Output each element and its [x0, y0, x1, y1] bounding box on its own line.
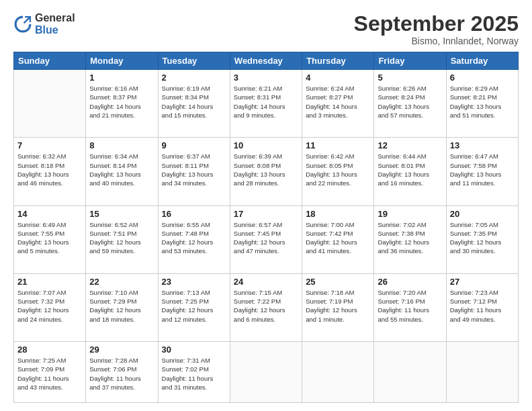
day-number: 27: [450, 277, 515, 287]
col-thursday: Thursday: [302, 52, 374, 70]
day-number: 21: [17, 277, 82, 287]
day-info: Sunrise: 6:39 AMSunset: 8:08 PMDaylight:…: [234, 152, 298, 187]
day-info: Sunrise: 7:31 AMSunset: 7:02 PMDaylight:…: [162, 356, 226, 392]
table-cell: 5Sunrise: 6:26 AMSunset: 8:24 PMDaylight…: [374, 70, 446, 138]
day-number: 9: [162, 140, 226, 150]
col-wednesday: Wednesday: [230, 52, 302, 70]
day-info: Sunrise: 6:29 AMSunset: 8:21 PMDaylight:…: [450, 84, 515, 120]
day-info: Sunrise: 6:57 AMSunset: 7:45 PMDaylight:…: [234, 220, 298, 256]
table-cell: [230, 341, 302, 402]
day-info: Sunrise: 7:00 AMSunset: 7:42 PMDaylight:…: [306, 220, 370, 256]
table-cell: 26Sunrise: 7:20 AMSunset: 7:16 PMDayligh…: [374, 273, 446, 341]
day-number: 7: [17, 140, 82, 150]
day-number: 5: [378, 73, 442, 83]
day-number: 3: [234, 73, 298, 83]
table-cell: [446, 341, 518, 402]
page: General Blue September 2025 Bismo, Innla…: [0, 0, 532, 411]
day-number: 23: [162, 277, 226, 287]
day-number: 14: [17, 209, 82, 219]
day-info: Sunrise: 7:15 AMSunset: 7:22 PMDaylight:…: [234, 288, 298, 324]
logo-blue: Blue: [35, 24, 75, 36]
table-cell: 18Sunrise: 7:00 AMSunset: 7:42 PMDayligh…: [302, 205, 374, 273]
day-info: Sunrise: 6:26 AMSunset: 8:24 PMDaylight:…: [378, 84, 442, 120]
table-cell: 3Sunrise: 6:21 AMSunset: 8:31 PMDaylight…: [230, 70, 302, 138]
table-cell: 14Sunrise: 6:49 AMSunset: 7:55 PMDayligh…: [14, 205, 86, 273]
day-number: 2: [162, 73, 226, 83]
table-cell: 21Sunrise: 7:07 AMSunset: 7:32 PMDayligh…: [14, 273, 86, 341]
table-cell: 12Sunrise: 6:44 AMSunset: 8:01 PMDayligh…: [374, 138, 446, 205]
table-cell: [14, 70, 86, 138]
table-cell: 16Sunrise: 6:55 AMSunset: 7:48 PMDayligh…: [158, 205, 230, 273]
day-info: Sunrise: 6:42 AMSunset: 8:05 PMDaylight:…: [306, 152, 370, 187]
day-info: Sunrise: 7:05 AMSunset: 7:35 PMDaylight:…: [450, 220, 515, 256]
day-info: Sunrise: 6:21 AMSunset: 8:31 PMDaylight:…: [234, 84, 298, 120]
day-info: Sunrise: 6:44 AMSunset: 8:01 PMDaylight:…: [378, 152, 442, 187]
table-cell: 20Sunrise: 7:05 AMSunset: 7:35 PMDayligh…: [446, 205, 518, 273]
day-number: 6: [450, 73, 515, 83]
location: Bismo, Innlandet, Norway: [354, 36, 519, 46]
table-cell: 2Sunrise: 6:19 AMSunset: 8:34 PMDaylight…: [158, 70, 230, 138]
day-number: 12: [378, 140, 442, 150]
day-number: 30: [162, 345, 226, 355]
day-info: Sunrise: 6:49 AMSunset: 7:55 PMDaylight:…: [17, 220, 82, 256]
day-info: Sunrise: 7:18 AMSunset: 7:19 PMDaylight:…: [306, 288, 370, 324]
title-block: September 2025 Bismo, Innlandet, Norway: [354, 12, 519, 46]
day-info: Sunrise: 6:19 AMSunset: 8:34 PMDaylight:…: [162, 84, 226, 120]
logo-icon: [13, 15, 32, 34]
day-info: Sunrise: 7:13 AMSunset: 7:25 PMDaylight:…: [162, 288, 226, 324]
col-saturday: Saturday: [446, 52, 518, 70]
day-info: Sunrise: 6:47 AMSunset: 7:58 PMDaylight:…: [450, 152, 515, 187]
day-info: Sunrise: 6:55 AMSunset: 7:48 PMDaylight:…: [162, 220, 226, 256]
day-number: 28: [17, 345, 82, 355]
col-monday: Monday: [86, 52, 158, 70]
day-info: Sunrise: 7:25 AMSunset: 7:09 PMDaylight:…: [17, 356, 82, 392]
header: General Blue September 2025 Bismo, Innla…: [13, 12, 519, 46]
day-info: Sunrise: 7:20 AMSunset: 7:16 PMDaylight:…: [378, 288, 442, 324]
table-cell: 27Sunrise: 7:23 AMSunset: 7:12 PMDayligh…: [446, 273, 518, 341]
table-cell: 11Sunrise: 6:42 AMSunset: 8:05 PMDayligh…: [302, 138, 374, 205]
table-cell: 30Sunrise: 7:31 AMSunset: 7:02 PMDayligh…: [158, 341, 230, 402]
table-cell: 22Sunrise: 7:10 AMSunset: 7:29 PMDayligh…: [86, 273, 158, 341]
day-number: 24: [234, 277, 298, 287]
day-info: Sunrise: 7:07 AMSunset: 7:32 PMDaylight:…: [17, 288, 82, 324]
day-info: Sunrise: 7:23 AMSunset: 7:12 PMDaylight:…: [450, 288, 515, 324]
day-number: 26: [378, 277, 442, 287]
day-number: 18: [306, 209, 370, 219]
logo-text: General Blue: [35, 12, 75, 36]
day-info: Sunrise: 6:37 AMSunset: 8:11 PMDaylight:…: [162, 152, 226, 187]
day-number: 8: [89, 140, 154, 150]
day-number: 1: [89, 73, 154, 83]
day-number: 11: [306, 140, 370, 150]
day-info: Sunrise: 6:24 AMSunset: 8:27 PMDaylight:…: [306, 84, 370, 120]
day-number: 19: [378, 209, 442, 219]
day-number: 20: [450, 209, 515, 219]
col-tuesday: Tuesday: [158, 52, 230, 70]
table-cell: 28Sunrise: 7:25 AMSunset: 7:09 PMDayligh…: [14, 341, 86, 402]
table-cell: 24Sunrise: 7:15 AMSunset: 7:22 PMDayligh…: [230, 273, 302, 341]
table-cell: 10Sunrise: 6:39 AMSunset: 8:08 PMDayligh…: [230, 138, 302, 205]
table-cell: 23Sunrise: 7:13 AMSunset: 7:25 PMDayligh…: [158, 273, 230, 341]
day-info: Sunrise: 6:32 AMSunset: 8:18 PMDaylight:…: [17, 152, 82, 187]
col-sunday: Sunday: [14, 52, 86, 70]
calendar-header-row: Sunday Monday Tuesday Wednesday Thursday…: [14, 52, 519, 70]
table-cell: 9Sunrise: 6:37 AMSunset: 8:11 PMDaylight…: [158, 138, 230, 205]
month-title: September 2025: [354, 12, 519, 36]
day-info: Sunrise: 7:10 AMSunset: 7:29 PMDaylight:…: [89, 288, 154, 324]
day-number: 13: [450, 140, 515, 150]
day-number: 4: [306, 73, 370, 83]
day-info: Sunrise: 6:34 AMSunset: 8:14 PMDaylight:…: [89, 152, 154, 187]
day-info: Sunrise: 6:52 AMSunset: 7:51 PMDaylight:…: [89, 220, 154, 256]
day-number: 29: [89, 345, 154, 355]
table-cell: [374, 341, 446, 402]
table-cell: 8Sunrise: 6:34 AMSunset: 8:14 PMDaylight…: [86, 138, 158, 205]
calendar-body: 1Sunrise: 6:16 AMSunset: 8:37 PMDaylight…: [14, 70, 519, 403]
day-number: 17: [234, 209, 298, 219]
table-cell: 13Sunrise: 6:47 AMSunset: 7:58 PMDayligh…: [446, 138, 518, 205]
table-cell: 7Sunrise: 6:32 AMSunset: 8:18 PMDaylight…: [14, 138, 86, 205]
table-cell: 4Sunrise: 6:24 AMSunset: 8:27 PMDaylight…: [302, 70, 374, 138]
table-cell: 19Sunrise: 7:02 AMSunset: 7:38 PMDayligh…: [374, 205, 446, 273]
col-friday: Friday: [374, 52, 446, 70]
day-info: Sunrise: 7:28 AMSunset: 7:06 PMDaylight:…: [89, 356, 154, 392]
table-cell: 6Sunrise: 6:29 AMSunset: 8:21 PMDaylight…: [446, 70, 518, 138]
logo-general: General: [35, 12, 75, 24]
